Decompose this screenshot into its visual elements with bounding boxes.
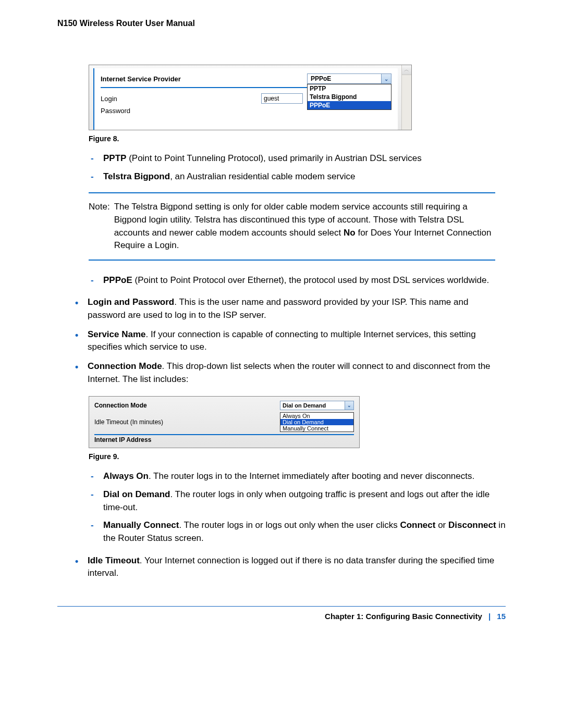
isp-label: Internet Service Provider xyxy=(101,75,181,83)
page-number: 15 xyxy=(497,612,506,621)
isp-dropdown[interactable]: PPTP Telstra Bigpond PPPoE xyxy=(307,84,391,110)
figure-9: Connection Mode Dial on Demand ⌄ Idle Ti… xyxy=(89,396,506,448)
conn-option-always[interactable]: Always On xyxy=(280,413,353,419)
ip-address-label: Internet IP Address xyxy=(94,436,151,443)
footer-rule xyxy=(57,606,506,607)
list-item: Connection Mode. This drop-down list sel… xyxy=(73,360,506,386)
list-item: Service Name. If your connection is capa… xyxy=(73,328,506,354)
list-item: Idle Timeout. Your Internet connection i… xyxy=(73,554,506,580)
page-footer: Chapter 1: Configuring Basic Connectivit… xyxy=(57,612,506,621)
list-item: Always On. The router logs in to the Int… xyxy=(89,470,506,483)
password-label: Password xyxy=(101,107,130,115)
list-item: Manually Connect. The router logs in or … xyxy=(89,519,506,545)
list-item: Login and Password. This is the user nam… xyxy=(73,296,506,322)
conn-mode-dropdown[interactable]: Always On Dial on Demand Manually Connec… xyxy=(280,412,354,432)
chevron-down-icon: ⌄ xyxy=(381,74,391,83)
login-label: Login xyxy=(101,95,117,103)
conn-option-dial[interactable]: Dial on Demand xyxy=(280,419,353,425)
note-body: The Telstra Bigpond setting is only for … xyxy=(114,201,495,252)
scrollbar: ︿ xyxy=(401,65,411,130)
list-item: Dial on Demand. The router logs in only … xyxy=(89,488,506,514)
note-block: Note: The Telstra Bigpond setting is onl… xyxy=(89,192,495,261)
chapter-label: Chapter 1: Configuring Basic Connectivit… xyxy=(325,612,482,621)
doc-title: N150 Wireless Router User Manual xyxy=(57,19,506,28)
idle-timeout-label: Idle Timeout (In minutes) xyxy=(94,418,163,426)
isp-option-pppoe[interactable]: PPPoE xyxy=(308,101,391,109)
isp-select-value: PPPoE xyxy=(308,74,381,83)
list-item: PPPoE (Point to Point Protocol over Ethe… xyxy=(89,274,506,287)
note-label: Note: xyxy=(89,201,114,252)
figure-8-caption: Figure 8. xyxy=(89,134,506,143)
isp-select[interactable]: PPPoE ⌄ xyxy=(307,73,391,84)
figure-9-caption: Figure 9. xyxy=(89,452,506,461)
isp-option-telstra[interactable]: Telstra Bigpond xyxy=(308,93,391,101)
list-item: Telstra Bigpond, an Australian residenti… xyxy=(89,170,506,183)
conn-option-manual[interactable]: Manually Connect xyxy=(280,425,353,431)
scroll-up-icon: ︿ xyxy=(402,65,411,75)
chevron-down-icon: ⌄ xyxy=(345,401,353,410)
conn-mode-value: Dial on Demand xyxy=(280,402,345,409)
list-item: PPTP (Point to Point Tunneling Protocol)… xyxy=(89,152,506,165)
isp-option-pptp[interactable]: PPTP xyxy=(308,84,391,93)
conn-mode-label: Connection Mode xyxy=(94,402,147,409)
login-field[interactable]: guest xyxy=(261,93,303,104)
conn-mode-select[interactable]: Dial on Demand ⌄ xyxy=(280,401,354,410)
figure-8: ︿ Internet Service Provider PPPoE ⌄ PPTP… xyxy=(89,65,506,130)
footer-separator: | xyxy=(484,612,495,621)
